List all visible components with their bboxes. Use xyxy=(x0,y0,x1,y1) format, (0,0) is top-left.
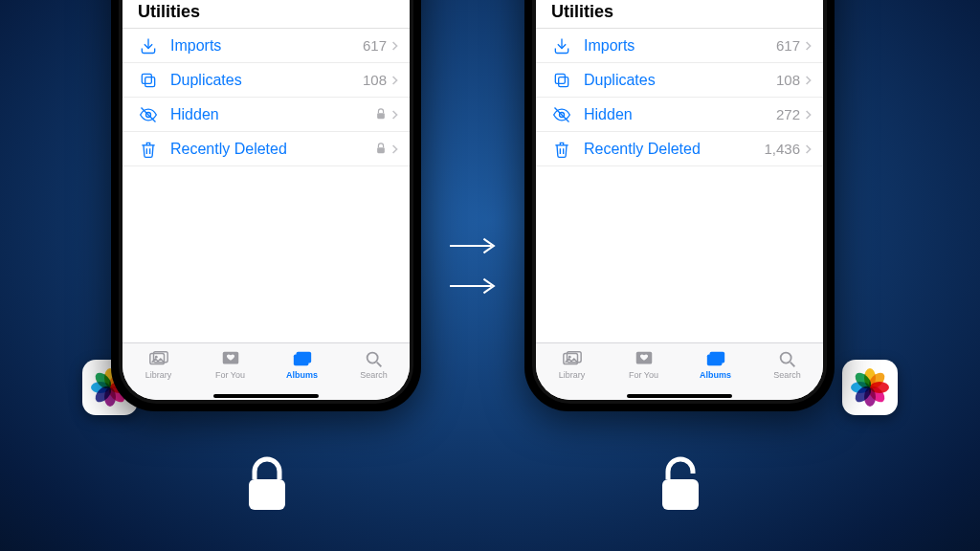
library-icon xyxy=(148,349,169,368)
album-row-recently-deleted[interactable]: Recently Deleted xyxy=(122,132,410,166)
section-header-utilities: Utilities xyxy=(122,0,410,29)
tab-label: Library xyxy=(559,370,586,380)
iphone-frame-locked: Screenshots382Screen Recordings10Animate… xyxy=(111,0,421,411)
tab-albums[interactable]: Albums xyxy=(687,349,745,380)
svg-rect-40 xyxy=(249,479,285,510)
svg-rect-17 xyxy=(296,352,311,364)
svg-rect-5 xyxy=(145,77,155,86)
tab-label: Albums xyxy=(700,370,731,380)
chevron-right-icon xyxy=(389,143,402,155)
tab-bar: LibraryFor YouAlbumsSearch xyxy=(122,342,410,400)
chevron-right-icon xyxy=(802,75,815,86)
row-label: Hidden xyxy=(170,106,369,123)
section-header-utilities: Utilities xyxy=(536,0,823,29)
tab-search[interactable]: Search xyxy=(345,349,403,380)
svg-rect-25 xyxy=(559,77,568,86)
albums-list: Screenshots382Screen Recordings10Animate… xyxy=(122,0,410,342)
home-indicator[interactable] xyxy=(213,394,319,398)
svg-point-36 xyxy=(780,353,791,364)
foryou-icon xyxy=(220,349,241,368)
row-count xyxy=(369,106,387,122)
duplicates-icon xyxy=(138,70,159,91)
row-count xyxy=(369,141,387,157)
imports-icon xyxy=(551,35,572,56)
chevron-right-icon xyxy=(389,40,402,52)
home-indicator[interactable] xyxy=(627,394,732,398)
lock-icon xyxy=(375,141,387,157)
row-label: Recently Deleted xyxy=(584,141,764,158)
duplicates-icon xyxy=(551,70,572,91)
tab-label: For You xyxy=(629,370,658,380)
chevron-right-icon xyxy=(802,40,815,52)
album-row-imports[interactable]: Imports617 xyxy=(122,29,410,63)
album-row-recently-deleted[interactable]: Recently Deleted1,436 xyxy=(536,132,823,166)
row-label: Duplicates xyxy=(170,72,363,89)
album-row-duplicates[interactable]: Duplicates108 xyxy=(536,63,823,98)
album-row-hidden[interactable]: Hidden xyxy=(122,98,410,132)
hidden-icon xyxy=(138,104,159,125)
tab-label: For You xyxy=(215,370,245,380)
tab-label: Library xyxy=(145,370,172,380)
tab-label: Albums xyxy=(286,370,318,380)
album-row-hidden[interactable]: Hidden272 xyxy=(536,98,823,132)
row-count: 108 xyxy=(363,72,387,88)
row-count: 1,436 xyxy=(764,141,800,157)
row-label: Recently Deleted xyxy=(170,141,369,158)
chevron-right-icon xyxy=(802,143,815,155)
svg-line-37 xyxy=(790,363,794,367)
chevron-right-icon xyxy=(389,75,402,86)
arrow-right-icon xyxy=(448,235,498,256)
row-label: Hidden xyxy=(584,106,776,123)
row-label: Imports xyxy=(584,37,776,55)
row-label: Duplicates xyxy=(584,72,776,89)
photos-albums-screen: Screenshots382Screen Recordings10Animate… xyxy=(122,0,410,400)
photos-app-icon xyxy=(842,360,898,415)
albums-icon xyxy=(292,349,313,368)
svg-rect-24 xyxy=(555,74,565,83)
trash-icon xyxy=(551,139,572,160)
svg-rect-4 xyxy=(142,74,151,83)
locked-icon xyxy=(241,453,293,517)
row-count: 272 xyxy=(776,106,800,122)
imports-icon xyxy=(138,35,159,56)
svg-line-19 xyxy=(376,363,381,367)
svg-rect-8 xyxy=(377,113,385,119)
svg-point-18 xyxy=(367,353,377,364)
albums-list: Screenshots381Screen Recordings10Animate… xyxy=(536,0,823,342)
row-count: 108 xyxy=(776,72,800,88)
hidden-icon xyxy=(551,104,572,125)
tab-library[interactable]: Library xyxy=(130,349,188,380)
row-count: 617 xyxy=(776,37,800,54)
unlocked-icon xyxy=(655,453,706,517)
row-count: 617 xyxy=(363,37,387,54)
svg-rect-11 xyxy=(377,147,385,153)
trash-icon xyxy=(138,139,159,160)
svg-rect-35 xyxy=(709,352,724,364)
lock-icon xyxy=(375,106,387,122)
chevron-right-icon xyxy=(802,109,815,121)
photos-albums-screen: Screenshots381Screen Recordings10Animate… xyxy=(536,0,823,400)
albums-icon xyxy=(705,349,726,368)
tab-for-you[interactable]: For You xyxy=(615,349,673,380)
row-label: Imports xyxy=(170,37,363,55)
album-row-imports[interactable]: Imports617 xyxy=(536,29,823,63)
tab-for-you[interactable]: For You xyxy=(202,349,259,380)
library-icon xyxy=(562,349,583,368)
tab-label: Search xyxy=(360,370,388,380)
iphone-frame-unlocked: Screenshots381Screen Recordings10Animate… xyxy=(524,0,835,411)
arrow-right-icon xyxy=(448,276,498,297)
album-row-duplicates[interactable]: Duplicates108 xyxy=(122,63,410,98)
search-icon xyxy=(777,349,798,368)
tab-bar: LibraryFor YouAlbumsSearch xyxy=(536,342,823,400)
tab-label: Search xyxy=(773,370,801,380)
tab-library[interactable]: Library xyxy=(544,349,601,380)
svg-rect-41 xyxy=(662,479,699,510)
tab-search[interactable]: Search xyxy=(759,349,816,380)
tab-albums[interactable]: Albums xyxy=(274,349,331,380)
chevron-right-icon xyxy=(389,109,402,121)
photos-flower-icon xyxy=(854,371,886,404)
search-icon xyxy=(364,349,385,368)
foryou-icon xyxy=(634,349,655,368)
